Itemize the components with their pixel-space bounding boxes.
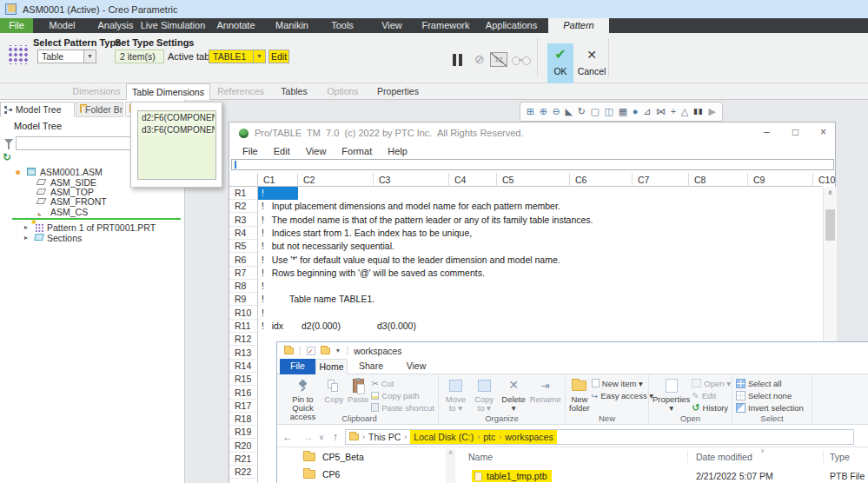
explorer-tab-file[interactable]: File [280,359,315,374]
formula-bar[interactable] [231,159,834,170]
spin-center-icon[interactable]: + [671,107,676,116]
ok-button[interactable]: ✔ OK [547,43,573,83]
new-folder-button[interactable]: Newfolder [569,376,590,413]
tab-folder-browser[interactable]: Folder Bro [76,102,123,117]
cell-text[interactable]: ! but not necessarily sequential. [262,240,394,253]
subtab-options[interactable]: Options [317,83,368,100]
properties-quick-icon[interactable]: ✓ [307,347,315,355]
list-column-name[interactable]: Name [468,452,493,462]
appearance-icon[interactable]: ● [633,107,639,116]
expand-arrow-icon[interactable]: ▸ [24,223,28,231]
cancel-button[interactable]: ✕ Cancel [576,43,607,83]
pause-icon[interactable] [459,54,462,66]
rename-button[interactable]: Rename [529,376,561,404]
tree-item-sections[interactable]: ▸Sections [0,233,182,243]
edit-table-button[interactable]: Edit [268,50,289,63]
explorer-tab-home[interactable]: Home [315,359,348,374]
move-to-button[interactable]: Moveto ▾ [442,376,469,413]
row-header-r13[interactable]: R13 [229,347,257,360]
refit-icon[interactable]: ◣ [566,107,573,116]
protable-menu-file[interactable]: File [235,145,266,158]
menu-tab-view[interactable]: View [367,18,417,33]
menu-tab-annotate[interactable]: Annotate [206,18,266,33]
menu-tab-model[interactable]: Model [33,18,91,33]
row-header-r4[interactable]: R4 [229,227,257,240]
protable-menu-help[interactable]: Help [380,145,415,158]
column-header-c8[interactable]: C8 [689,173,748,187]
column-header-c3[interactable]: C3 [374,173,449,187]
display-style-icon[interactable]: ▢ [591,107,600,116]
history-button[interactable]: History [692,402,731,413]
row-header-r5[interactable]: R5 [229,240,257,253]
row-header-r18[interactable]: R18 [229,413,257,426]
subtab-properties[interactable]: Properties [368,83,427,100]
cell-text[interactable]: ! Rows beginning with '@' will be saved … [262,267,485,280]
zoom-window-icon[interactable]: ⊞ [527,107,534,116]
row-header-r14[interactable]: R14 [229,360,257,373]
row-header-r7[interactable]: R7 [229,267,257,280]
list-column-type[interactable]: Type [830,452,850,462]
scrollbar-thumb[interactable] [825,209,835,241]
cell-text[interactable]: ! [262,307,264,320]
zoom-in-icon[interactable]: ⊕ [540,107,547,116]
properties-button[interactable]: Properties▾ [653,376,690,413]
subtab-dimensions[interactable]: Dimensions [67,83,126,100]
menu-tab-tools[interactable]: Tools [318,18,367,33]
cell-text[interactable]: d2(0.000) [301,320,341,333]
select-all-button[interactable]: Select all [736,378,804,388]
row-header-r2[interactable]: R2 [229,200,257,213]
list-column-date-modified[interactable]: Date modified [696,452,752,462]
selected-cell[interactable]: ! [258,187,298,200]
chevron-down-icon[interactable]: ▼ [335,347,341,354]
subtab-references[interactable]: References [210,83,271,100]
close-icon[interactable]: × [820,126,826,138]
pattern-type-dropdown[interactable]: Table ▼ [37,50,96,63]
copy-button[interactable]: Copy [323,376,345,404]
expand-arrow-icon[interactable]: ▸ [24,234,28,242]
explorer-tab-view[interactable]: View [398,359,434,374]
dimension-item[interactable]: d3:F6(COMPONEN [139,124,215,136]
protable-menu-format[interactable]: Format [334,145,380,158]
row-header-r12[interactable]: R12 [229,333,257,346]
recent-locations-icon[interactable]: ∨ [319,433,324,441]
cell-text[interactable]: ! Table name TABLE1. [262,293,374,306]
folder-item-cp6[interactable]: CP6 [303,467,340,480]
cell-text[interactable]: ! Use '*' for default value equal to the… [262,254,560,267]
copy-to-button[interactable]: Copyto ▾ [471,376,498,413]
file-row[interactable]: table1_tmp.ptb [472,469,552,483]
menu-tab-live-simulation[interactable]: Live Simulation [140,18,206,33]
active-table-dropdown[interactable]: TABLE1 ▼ [209,50,266,63]
crumb-workspaces[interactable]: workspaces [505,432,553,442]
column-header-c9[interactable]: C9 [748,173,813,187]
column-header-c7[interactable]: C7 [633,173,689,187]
cell-text[interactable]: ! idx [262,320,283,333]
tree-item-pattern-1-of-prt0001-prt[interactable]: ▸Pattern 1 of PRT0001.PRT [0,222,182,233]
cut-button[interactable]: Cut [371,378,434,388]
invert-selection-button[interactable]: Invert selection [736,402,804,413]
tree-item-asm-cs[interactable]: ⌞ASM_CS [0,207,182,217]
row-header-r22[interactable]: R22 [229,466,257,479]
tree-scrollbar[interactable]: ∧ [446,449,455,483]
row-header-r21[interactable]: R21 [229,453,257,466]
new-item-button[interactable]: New item ▾ [592,378,653,388]
column-header-c10[interactable]: C10 [813,173,837,187]
zoom-out-icon[interactable]: ⊖ [553,107,560,116]
pause-icon[interactable]: ▮▮ [693,108,704,116]
row-header-r8[interactable]: R8 [229,280,257,293]
crumb-local-disk-c-[interactable]: Local Disk (C:) [414,432,474,442]
explorer-tab-share[interactable]: Share [353,359,389,374]
row-header-r3[interactable]: R3 [229,214,257,227]
cell-text[interactable]: ! Indices start from 1. Each index has t… [262,227,472,240]
paste-shortcut-button[interactable]: Paste shortcut [371,402,434,413]
row-header-r1[interactable]: R1 [229,187,257,200]
menu-tab-analysis[interactable]: Analysis [91,18,140,33]
row-header-r6[interactable]: R6 [229,254,257,267]
address-bar[interactable]: › This PC› Local Disk (C:)›ptc›workspace… [345,429,854,445]
cell-text[interactable]: ! Input placement dimensions and model n… [262,200,560,213]
crumb-ptc[interactable]: ptc [483,432,495,442]
dimension-item[interactable]: d2:F6(COMPONEN [139,112,215,123]
folder-item-cp5-beta[interactable]: CP5_Beta [303,450,364,463]
row-header-r10[interactable]: R10 [229,307,257,320]
protable-menu-view[interactable]: View [298,145,335,158]
tree-item-asm-front[interactable]: ASM_FRONT [0,196,182,207]
